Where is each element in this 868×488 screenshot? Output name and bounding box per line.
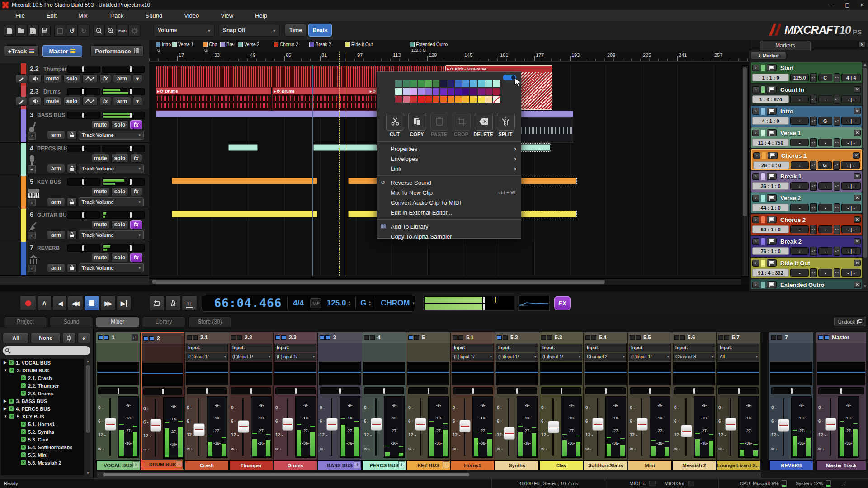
automation-type-dropdown[interactable]: Track Volume▾ [79,230,144,239]
key-spinner[interactable]: ▴ ▾ [834,182,840,191]
color-swatch[interactable] [410,96,417,103]
marker-timesig-field[interactable]: - | - [841,182,861,190]
context-item-copy-to-alpha-sampler[interactable]: Copy To Alpha Sampler [377,231,521,241]
zoom-out-icon[interactable] [93,25,105,37]
paste-icon[interactable] [54,25,66,37]
tempo-spinner[interactable]: ▴ ▾ [810,182,817,191]
strip-name-label[interactable]: Clav [539,460,583,470]
add-subtrack-button[interactable]: + [28,165,36,173]
arm-button[interactable]: arm [113,97,131,106]
automation-type-dropdown[interactable]: Track Volume▾ [79,131,144,140]
mixer-strip-2.1[interactable]: 2.1Input:(L)Input 1/▾0 -6 -12 -∞ --9--18… [185,332,229,470]
strip-name-label[interactable]: SoftHornStabs [584,460,627,470]
fx-button[interactable]: fx [130,120,142,129]
track-checkbox[interactable]: ✕ [21,383,26,388]
pan-slider[interactable] [67,112,100,119]
input-dropdown[interactable]: (L)Input 1/▾ [452,353,494,361]
marker-color-swatch[interactable] [761,173,765,180]
input-dropdown[interactable]: (L)Input 1/▾ [496,353,538,361]
mute-button[interactable]: mute [91,253,109,262]
zoom-in-icon[interactable] [105,25,117,37]
record-lock-button[interactable] [67,197,77,206]
marker-delete-button[interactable]: ✕ [854,108,861,114]
marker-key-field[interactable]: - [818,269,832,277]
add-subtrack-button[interactable]: + [28,199,36,206]
fader-cap[interactable] [415,418,426,431]
mute-button[interactable]: mute [43,97,61,106]
menu-file[interactable]: File [5,12,36,19]
marker-flag-intro[interactable]: Intro [156,42,171,47]
mixer-strip-2[interactable]: 20 -6 -12 -∞ --9--18--27--36-DRUM BUS− [141,332,184,470]
input-dropdown[interactable]: (L)Input 1/▾ [629,353,671,361]
track-checkbox[interactable]: ✕ [9,360,14,365]
volume-slider[interactable] [102,145,145,152]
clip-keys[interactable] [172,178,317,184]
color-swatch[interactable] [410,80,417,87]
fx-button[interactable]: fx [130,187,142,196]
marker-flag-bre[interactable]: Bre [220,42,234,47]
mixer-strip-2.3[interactable]: 2.3Input:(L)Input 1/▾0 -6 -12 -∞ --9--18… [274,332,317,470]
menu-view[interactable]: View [210,12,244,19]
clip-keys[interactable] [520,178,576,184]
input-dropdown[interactable]: (L)Input 1/▾ [230,353,272,361]
add-marker-button[interactable]: + Marker [751,52,786,60]
track-checkbox[interactable]: ✕ [9,399,14,404]
context-item-link[interactable]: Link› [377,164,521,174]
marker-flag-verse-1[interactable]: Verse 1 [172,42,193,47]
strip-name-label[interactable]: Messiah 2 [672,460,716,470]
punch-in-out-button[interactable]: ↑↓ [182,296,197,311]
fader-cap[interactable] [725,418,736,431]
strip-pan-slider[interactable] [231,387,271,394]
strip-name-label[interactable]: PERCS BUS+ [362,460,406,470]
marker-delete-button[interactable]: ✕ [854,260,861,266]
strip-pan-slider[interactable] [541,387,581,394]
volume-slider[interactable] [102,112,145,119]
strip-pan-slider[interactable] [718,387,759,394]
marker-tempo-field[interactable]: - [790,182,809,190]
collapse-sidebar-button[interactable]: « [78,333,90,343]
import-audio-icon[interactable]: ♪ [27,25,39,37]
marker-tempo-field[interactable]: - [790,225,809,233]
marker-flag-button[interactable] [768,152,778,159]
marker-delete-button[interactable]: ✕ [854,216,861,223]
context-item-convert-audio-clip-to-midi[interactable]: Convert Audio Clip To MIDI [377,197,521,207]
marker-timesig-field[interactable]: - | - [841,225,861,233]
marker-position-field[interactable]: 1 : 4 : 874 [752,95,789,103]
strip-pan-slider[interactable] [143,388,182,395]
solo-button[interactable]: solo [111,120,128,129]
delete-button[interactable] [475,113,493,131]
strip-name-label[interactable]: Synths [495,460,539,470]
fader-cap[interactable] [105,418,116,431]
color-swatch[interactable] [455,88,462,95]
cut-button[interactable] [386,113,404,131]
solo-button[interactable]: solo [111,253,128,262]
tree-item-5-5-mini[interactable]: ✕5.5. Mini [1,451,84,459]
arm-button[interactable]: arm [47,164,65,173]
marker-key-field[interactable]: - [818,95,832,103]
marker-tempo-field[interactable]: 125.0 [790,74,809,81]
marker-position-field[interactable]: 4 : 1 : 0 [752,117,789,125]
marker-expand-button[interactable]: › [752,260,760,267]
tempo-spinner[interactable]: ▲ ▼ [348,300,351,306]
marker-tempo-field[interactable]: - [790,139,809,146]
metronome-button[interactable] [165,296,181,311]
scroll-thumb[interactable] [86,365,90,433]
marker-key-field[interactable]: - [818,225,832,233]
color-swatch[interactable] [470,96,477,103]
marker-delete-button[interactable]: ✕ [854,86,861,93]
track-checkbox[interactable]: ✕ [21,391,26,396]
fx-button[interactable]: fx [99,74,111,83]
copy-button[interactable] [408,113,426,131]
clip-percs[interactable] [520,144,550,151]
key-spinner[interactable]: ▴ ▾ [834,268,840,277]
marker-expand-button[interactable]: › [752,216,760,223]
fader-cap[interactable] [150,419,161,432]
marker-key-field[interactable]: G [818,117,832,125]
strip-name-label[interactable]: Horns1 [451,460,495,470]
mute-button[interactable]: mute [91,220,109,229]
marker-expand-button[interactable]: › [752,173,760,180]
marker-row-ride-it-out[interactable]: ›Ride it Out✕91 : 4 : 332-▴ ▾-▴ ▾- | - [751,258,862,278]
context-item-reverse-sound[interactable]: ↺Reverse Sound [377,178,521,188]
marker-expand-button[interactable]: › [752,195,760,202]
marker-position-field[interactable]: 11 : 4 : 750 [752,139,789,146]
